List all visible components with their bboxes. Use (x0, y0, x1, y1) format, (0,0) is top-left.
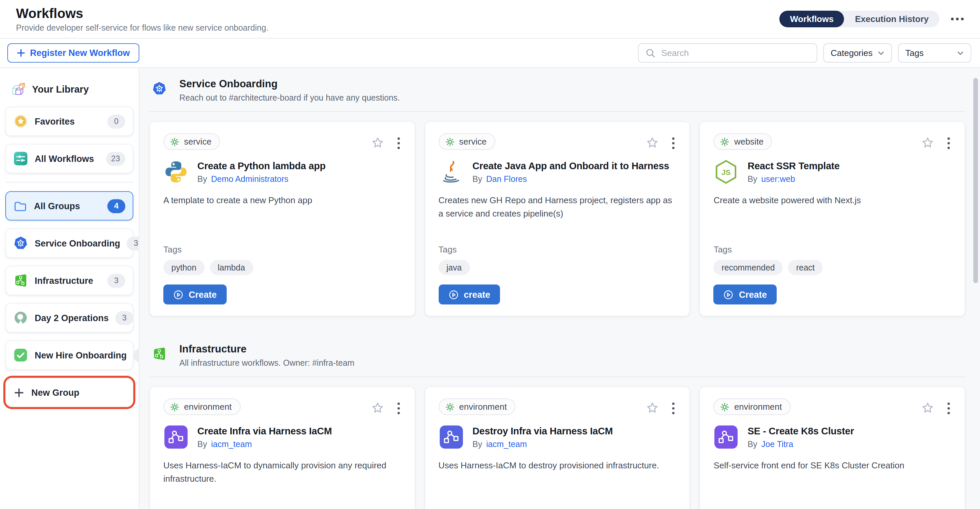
sidebar-item-label: Day 2 Operations (35, 313, 109, 323)
section-service-onboarding: Service Onboarding Reach out to #archite… (150, 78, 965, 316)
header-actions: Workflows Execution History (780, 11, 964, 27)
kebab-menu-icon[interactable] (672, 402, 675, 414)
library-title: Your Library (32, 84, 89, 94)
owner-link[interactable]: user:web (761, 174, 795, 184)
sidebar-item-service-onboarding[interactable]: Service Onboarding 3 (5, 228, 133, 258)
favorite-star-icon[interactable] (370, 136, 384, 150)
page-title: Workflows (16, 6, 268, 21)
svg-text:JS: JS (722, 168, 731, 176)
create-button-label: Create (189, 290, 217, 300)
card-title: React SSR Template (748, 160, 840, 172)
search-box[interactable] (638, 43, 817, 63)
tab-execution-history[interactable]: Execution History (844, 11, 939, 27)
sidebar-item-infrastructure[interactable]: Infrastructure 3 (5, 266, 133, 295)
tag-row: pythonlambda (163, 260, 401, 275)
workflow-card: environment Create Infra via Harness IaC… (150, 387, 415, 509)
owner-link[interactable]: iacm_team (211, 440, 252, 449)
folder-icon (13, 199, 27, 213)
kebab-menu-icon[interactable] (947, 402, 950, 414)
chevron-down-icon (957, 49, 964, 57)
kebab-menu-icon[interactable] (947, 137, 950, 149)
count-badge: 23 (106, 152, 125, 166)
create-button[interactable]: Create (714, 284, 777, 304)
more-menu-icon[interactable] (951, 17, 964, 21)
tags-dropdown[interactable]: Tags (898, 43, 971, 63)
create-button[interactable]: Create (163, 284, 227, 304)
type-chip-label: website (734, 136, 764, 147)
count-badge: 3 (107, 273, 125, 287)
tags-dropdown-label: Tags (905, 48, 924, 58)
categories-dropdown[interactable]: Categories (823, 43, 892, 63)
library-header: Your Library (11, 81, 133, 97)
sidebar-item-new-hire-onboarding[interactable]: New Hire Onboarding 5 (5, 341, 133, 370)
section-subtitle: All infrastructure workflows. Owner: #in… (179, 358, 354, 368)
owner-link[interactable]: iacm_team (486, 440, 527, 449)
sidebar: Your Library Favorites 0 All Workflows 2… (0, 68, 139, 509)
workflows-icon (13, 151, 28, 166)
type-chip: environment (163, 398, 240, 415)
tab-workflows[interactable]: Workflows (780, 11, 844, 27)
workflow-card: service Create a Python lambda app By De… (150, 121, 415, 316)
by-label: By (197, 440, 207, 449)
search-input[interactable] (660, 47, 810, 59)
create-button[interactable]: create (438, 284, 500, 304)
sidebar-item-all-workflows[interactable]: All Workflows 23 (5, 144, 133, 173)
owner-link[interactable]: Dan Flores (486, 174, 527, 184)
sidebar-item-day-2-operations[interactable]: Day 2 Operations 3 (5, 303, 133, 333)
favorite-star-icon[interactable] (370, 401, 384, 415)
favorite-star-icon[interactable] (921, 401, 935, 415)
gear-icon (170, 137, 179, 146)
sidebar-item-favorites[interactable]: Favorites 0 (5, 106, 133, 136)
sidebar-divider (5, 182, 133, 182)
plus-icon (17, 49, 25, 57)
sidebar-item-label: New Hire Onboarding (35, 350, 127, 360)
tag-pill: python (163, 260, 204, 275)
kebab-menu-icon[interactable] (672, 137, 675, 149)
count-badge: 4 (107, 199, 125, 213)
sidebar-item-all-groups[interactable]: All Groups 4 (5, 191, 133, 220)
by-label: By (473, 440, 482, 449)
section-title: Service Onboarding (179, 78, 400, 90)
type-chip: service (438, 133, 495, 150)
favorite-star-icon[interactable] (921, 136, 935, 150)
card-title: Create Java App and Onboard it to Harnes… (473, 160, 669, 172)
iacm-purple-icon (714, 424, 739, 450)
register-new-workflow-button[interactable]: Register New Workflow (7, 43, 139, 63)
type-chip-label: service (459, 136, 486, 147)
type-chip: environment (438, 398, 515, 415)
card-description: Self-service front end for SE K8s Cluste… (714, 459, 951, 472)
kebab-menu-icon[interactable] (397, 402, 400, 414)
sidebar-item-label: New Group (31, 387, 80, 397)
sidebar-item-label: Infrastructure (35, 276, 93, 285)
tag-pill: java (438, 260, 470, 275)
card-title: Create Infra via Harness IaCM (197, 425, 332, 437)
favorite-star-icon[interactable] (646, 136, 660, 150)
tags-label: Tags (438, 244, 676, 255)
section-header: Infrastructure All infrastructure workfl… (150, 343, 965, 368)
type-chip-label: environment (459, 402, 507, 412)
play-icon (724, 290, 733, 300)
gear-icon (170, 402, 179, 411)
workflow-card: service Create Java App and Onboard it t… (424, 121, 690, 316)
kebab-menu-icon[interactable] (397, 137, 400, 149)
count-badge: 3 (115, 311, 133, 325)
page-header: Workflows Provide developer self-service… (0, 0, 980, 39)
iacm-indigo-icon (438, 424, 464, 450)
java-logo (438, 159, 464, 184)
by-label: By (748, 440, 757, 449)
card-title: Destroy Infra via Harness IaCM (473, 425, 612, 437)
infrastructure-icon (150, 344, 169, 363)
favorite-star-icon[interactable] (646, 401, 660, 415)
sidebar-item-new-group[interactable]: New Group (5, 378, 133, 407)
scrollbar-thumb[interactable] (973, 78, 978, 283)
workflow-card: website JS React SSR Template By user:we… (700, 121, 965, 316)
owner-link[interactable]: Joe Titra (761, 440, 793, 449)
favorites-star-icon (13, 114, 28, 128)
check-icon (13, 348, 28, 362)
sidebar-item-label: Favorites (35, 116, 75, 126)
kubernetes-icon (13, 236, 28, 251)
by-label: By (748, 174, 757, 184)
create-button-label: create (464, 290, 490, 300)
content: Service Onboarding Reach out to #archite… (139, 78, 980, 509)
owner-link[interactable]: Demo Administrators (211, 174, 288, 184)
